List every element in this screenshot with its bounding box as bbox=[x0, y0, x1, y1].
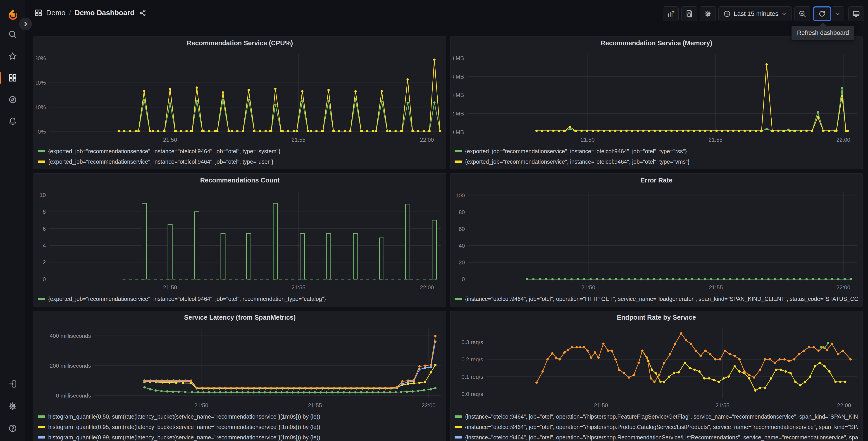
dashboard-toolbar: Last 15 minutes bbox=[663, 6, 864, 21]
svg-text:200 milliseconds: 200 milliseconds bbox=[50, 363, 91, 369]
panel-title: Recommendation Service (CPU%) bbox=[187, 39, 293, 47]
cycle-view-mode-button[interactable] bbox=[848, 6, 864, 21]
legend-item[interactable]: {exported_job="recommendationservice", i… bbox=[38, 146, 442, 156]
chart-legend: {exported_job="recommendationservice", i… bbox=[34, 293, 446, 306]
bar-chart[interactable]: 024681021:5021:5522:00 bbox=[36, 187, 443, 293]
sidebar-item-dashboards[interactable] bbox=[8, 74, 17, 82]
legend-item[interactable]: {exported_job="recommendationservice", i… bbox=[38, 156, 442, 167]
breadcrumb-section[interactable]: Demo bbox=[46, 9, 65, 17]
search-icon bbox=[8, 30, 17, 39]
legend-item[interactable]: {instance="otelcol:9464", job="otel", op… bbox=[455, 294, 858, 304]
compass-icon bbox=[8, 95, 17, 104]
panel-header[interactable]: Service Latency (from SpanMetrics) bbox=[34, 311, 446, 324]
legend-item[interactable]: {instance="otelcol:9464", job="otel", op… bbox=[455, 411, 858, 422]
svg-text:2: 2 bbox=[43, 259, 46, 265]
svg-text:21:50: 21:50 bbox=[194, 402, 208, 408]
svg-text:100: 100 bbox=[456, 193, 465, 199]
svg-text:21:50: 21:50 bbox=[594, 402, 608, 408]
legend-swatch bbox=[455, 160, 462, 163]
legend-item[interactable]: histogram_quantile(0.95, sum(rate(latenc… bbox=[38, 422, 442, 432]
time-series-chart[interactable]: 02040608010021:5021:5522:00 bbox=[453, 187, 860, 293]
svg-text:22:00: 22:00 bbox=[836, 137, 850, 143]
time-series-chart[interactable]: 0 milliseconds200 milliseconds400 millis… bbox=[36, 324, 443, 410]
legend-swatch bbox=[455, 150, 462, 152]
legend-swatch bbox=[38, 415, 45, 418]
chart-legend: {instance="otelcol:9464", job="otel", op… bbox=[451, 410, 862, 441]
legend-label: {instance="otelcol:9464", job="otel", op… bbox=[465, 413, 858, 420]
legend-item[interactable]: {exported_job="recommendationservice", i… bbox=[455, 146, 858, 156]
panel-header[interactable]: Recommendations Count bbox=[34, 174, 446, 187]
zoom-out-button[interactable] bbox=[795, 6, 810, 21]
legend-label: {exported_job="recommendationservice", i… bbox=[48, 158, 273, 165]
sidebar-item-help[interactable] bbox=[8, 424, 17, 433]
legend-swatch bbox=[38, 436, 45, 439]
legend-item[interactable]: {exported_job="recommendationservice", i… bbox=[38, 294, 442, 304]
legend-label: {exported_job="recommendationservice", i… bbox=[48, 296, 326, 302]
legend-label: {exported_job="recommendationservice", i… bbox=[48, 148, 280, 155]
refresh-interval-caret[interactable] bbox=[832, 6, 844, 21]
svg-text:21:55: 21:55 bbox=[291, 284, 306, 290]
sidebar-item-alerting[interactable] bbox=[8, 117, 17, 126]
sidebar-item-explore[interactable] bbox=[8, 95, 17, 104]
time-range-label: Last 15 minutes bbox=[734, 10, 778, 18]
legend-swatch bbox=[455, 436, 462, 439]
sidebar-item-starred[interactable] bbox=[8, 52, 17, 61]
svg-text:0.2 req/s: 0.2 req/s bbox=[461, 356, 483, 362]
svg-text:21:55: 21:55 bbox=[308, 402, 322, 408]
svg-text:30%: 30% bbox=[36, 55, 46, 61]
dashboards-grid-icon bbox=[34, 9, 42, 17]
panel-header[interactable]: Endpoint Rate by Service bbox=[451, 311, 862, 324]
legend-swatch bbox=[455, 298, 462, 300]
svg-text:21:55: 21:55 bbox=[715, 402, 730, 408]
legend-item[interactable]: histogram_quantile(0.99, sum(rate(latenc… bbox=[38, 432, 442, 441]
svg-text:21:50: 21:50 bbox=[163, 137, 177, 143]
sidebar-item-search[interactable] bbox=[8, 30, 17, 39]
dashboard-settings-button[interactable] bbox=[700, 6, 716, 21]
svg-text:0: 0 bbox=[462, 276, 465, 282]
tooltip-arrow bbox=[820, 23, 826, 26]
legend-item[interactable]: {instance="otelcol:9464", job="otel", op… bbox=[455, 422, 858, 432]
sidebar-expand-button[interactable] bbox=[19, 18, 32, 30]
grafana-logo[interactable] bbox=[6, 7, 19, 20]
sidebar-item-sign-in[interactable] bbox=[8, 379, 17, 388]
sign-in-icon bbox=[8, 379, 17, 388]
legend-item[interactable]: histogram_quantile(0.50, sum(rate(latenc… bbox=[38, 411, 442, 422]
svg-text:0: 0 bbox=[43, 276, 46, 282]
zoom-out-icon bbox=[799, 10, 806, 18]
svg-text:22:00: 22:00 bbox=[422, 402, 436, 408]
panel-endpoint-rate: Endpoint Rate by Service 0.0 req/s0.1 re… bbox=[450, 311, 863, 441]
svg-text:21:50: 21:50 bbox=[581, 284, 595, 290]
monitor-icon bbox=[852, 10, 860, 18]
legend-label: {exported_job="recommendationservice", i… bbox=[465, 158, 689, 165]
chart-legend: histogram_quantile(0.50, sum(rate(latenc… bbox=[34, 410, 446, 441]
legend-label: histogram_quantile(0.99, sum(rate(latenc… bbox=[48, 434, 320, 441]
svg-text:0 MB: 0 MB bbox=[453, 129, 464, 135]
share-icon[interactable] bbox=[139, 9, 146, 17]
save-dashboard-button[interactable] bbox=[681, 6, 697, 21]
panel-header[interactable]: Recommendation Service (CPU%) bbox=[34, 36, 446, 50]
legend-swatch bbox=[455, 426, 462, 428]
svg-text:2 MB: 2 MB bbox=[453, 111, 464, 117]
time-series-chart[interactable]: 0 MB2 MB4 MB6 MB8 MB21:5021:5522:00 bbox=[453, 50, 860, 145]
time-series-chart[interactable]: 0.0 req/s0.1 req/s0.2 req/s0.3 req/s21:5… bbox=[453, 324, 860, 410]
refresh-icon bbox=[818, 10, 826, 18]
svg-text:60: 60 bbox=[459, 226, 465, 232]
time-series-chart[interactable]: 0%10%20%30%21:5021:5522:00 bbox=[36, 50, 443, 145]
sidebar-item-configuration[interactable] bbox=[8, 402, 17, 411]
svg-text:80: 80 bbox=[459, 209, 465, 215]
add-panel-button[interactable] bbox=[663, 6, 679, 21]
panel-error-rate: Error Rate 02040608010021:5021:5522:00 {… bbox=[450, 173, 863, 306]
svg-text:0.3 req/s: 0.3 req/s bbox=[461, 339, 483, 345]
legend-item[interactable]: {exported_job="recommendationservice", i… bbox=[455, 156, 858, 167]
top-navigation: Demo / Demo Dashboard bbox=[25, 0, 868, 28]
svg-text:22:00: 22:00 bbox=[420, 137, 434, 143]
chevron-down-icon bbox=[781, 11, 787, 17]
legend-label: histogram_quantile(0.95, sum(rate(latenc… bbox=[48, 424, 320, 430]
svg-text:10%: 10% bbox=[36, 104, 46, 110]
refresh-dashboard-button[interactable] bbox=[813, 6, 831, 21]
legend-item[interactable]: {instance="otelcol:9464", job="otel", op… bbox=[455, 432, 858, 441]
refresh-button-group bbox=[813, 6, 844, 21]
panel-header[interactable]: Error Rate bbox=[451, 174, 862, 187]
time-range-picker[interactable]: Last 15 minutes bbox=[718, 6, 792, 21]
bell-icon bbox=[8, 117, 17, 126]
